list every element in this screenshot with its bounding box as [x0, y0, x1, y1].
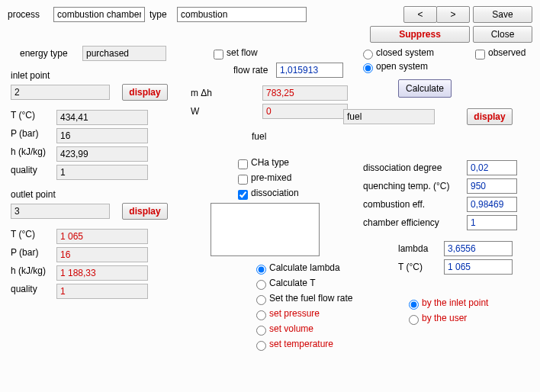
right-t-input[interactable] [444, 259, 513, 275]
close-button[interactable]: Close [473, 26, 532, 43]
right-t-label: T (°C) [398, 262, 444, 272]
flow-rate-label: flow rate [233, 65, 276, 76]
lambda-label: lambda [398, 243, 444, 254]
display-inlet-button[interactable]: display [122, 84, 168, 101]
chamber-eff-label: chamber efficiency [363, 217, 467, 228]
set-flow-label: set flow [227, 47, 258, 58]
inlet-q-value: 1 [56, 165, 148, 180]
closed-system-radio[interactable] [363, 50, 373, 59]
w-label: W [191, 106, 229, 117]
display-fuel-button[interactable]: display [467, 108, 513, 125]
inlet-p-value: 16 [56, 128, 148, 143]
mdh-label: m Δh [191, 88, 229, 98]
inlet-q-label: quality [11, 165, 56, 180]
by-inlet-radio[interactable] [409, 300, 419, 310]
prev-button[interactable]: < [403, 6, 437, 23]
outlet-q-label: quality [11, 284, 56, 299]
set-fuel-radio[interactable] [256, 295, 266, 305]
listbox[interactable] [211, 203, 320, 256]
set-volume-radio[interactable] [256, 326, 266, 336]
dissoc-deg-input[interactable] [467, 160, 517, 175]
fuel-value: fuel [343, 109, 435, 124]
set-pressure-radio[interactable] [256, 310, 266, 320]
dissoc-deg-label: dissociation degree [363, 162, 467, 173]
inlet-h-label: h (kJ/kg) [11, 146, 56, 162]
mdh-value: 783,25 [262, 85, 348, 101]
set-pressure-label: set pressure [269, 308, 320, 319]
calc-lambda-label: Calculate lambda [269, 262, 340, 273]
by-user-label: by the user [422, 313, 467, 323]
energy-type-label: energy type [20, 48, 82, 59]
set-flow-checkbox[interactable] [214, 50, 223, 59]
observed-label: observed [488, 47, 526, 58]
outlet-p-label: P (bar) [11, 247, 56, 262]
inlet-h-value: 423,99 [56, 146, 148, 162]
inlet-t-value: 434,41 [56, 110, 148, 125]
quench-input[interactable] [467, 178, 517, 194]
outlet-t-label: T (°C) [11, 229, 56, 244]
comb-eff-label: combustion eff. [363, 199, 467, 210]
outlet-point-value: 3 [11, 204, 110, 219]
by-inlet-label: by the inlet point [422, 297, 488, 308]
closed-system-label: closed system [376, 47, 460, 58]
outlet-t-value: 1 065 [56, 229, 148, 244]
calc-t-radio[interactable] [256, 280, 266, 290]
calc-lambda-radio[interactable] [256, 265, 266, 275]
set-temp-radio[interactable] [256, 341, 266, 351]
open-system-label: open system [376, 61, 428, 72]
display-outlet-button[interactable]: display [122, 203, 168, 220]
outlet-p-value: 16 [56, 247, 148, 262]
set-temp-label: set temperature [269, 339, 333, 349]
process-label: process [8, 9, 53, 20]
outlet-q-value: 1 [56, 284, 148, 299]
w-value: 0 [262, 104, 348, 119]
dissociation-checkbox[interactable] [238, 190, 248, 200]
by-user-radio[interactable] [409, 315, 419, 325]
cha-label: CHa type [251, 157, 289, 168]
dissociation-label: dissociation [251, 188, 299, 198]
inlet-point-value: 2 [11, 85, 110, 100]
type-input[interactable] [177, 7, 307, 22]
outlet-h-label: h (kJ/kg) [11, 265, 56, 281]
save-button[interactable]: Save [473, 6, 532, 23]
next-button[interactable]: > [436, 6, 470, 23]
premixed-label: pre-mixed [251, 172, 291, 183]
outlet-point-label: outlet point [11, 189, 183, 200]
comb-eff-input[interactable] [467, 197, 517, 212]
inlet-point-label: inlet point [11, 70, 183, 81]
energy-type-value: purchased [82, 46, 166, 61]
calc-t-label: Calculate T [269, 278, 315, 288]
set-fuel-label: Set the fuel flow rate [269, 293, 352, 304]
flow-rate-input[interactable] [276, 63, 343, 78]
outlet-h-value: 1 188,33 [56, 265, 148, 281]
observed-checkbox[interactable] [475, 50, 485, 59]
type-label: type [149, 9, 177, 20]
chamber-eff-input[interactable] [467, 215, 517, 230]
suppress-button[interactable]: Suppress [370, 26, 470, 43]
calculate-button[interactable]: Calculate [398, 79, 452, 98]
quench-label: quenching temp. (°C) [363, 181, 467, 191]
lambda-input[interactable] [444, 241, 513, 256]
set-volume-label: set volume [269, 323, 313, 334]
inlet-t-label: T (°C) [11, 110, 56, 125]
cha-checkbox[interactable] [238, 159, 248, 169]
open-system-radio[interactable] [363, 63, 373, 73]
process-input[interactable] [53, 7, 145, 22]
fuel-label: fuel [252, 131, 266, 142]
premixed-checkbox[interactable] [238, 175, 248, 185]
inlet-p-label: P (bar) [11, 128, 56, 143]
